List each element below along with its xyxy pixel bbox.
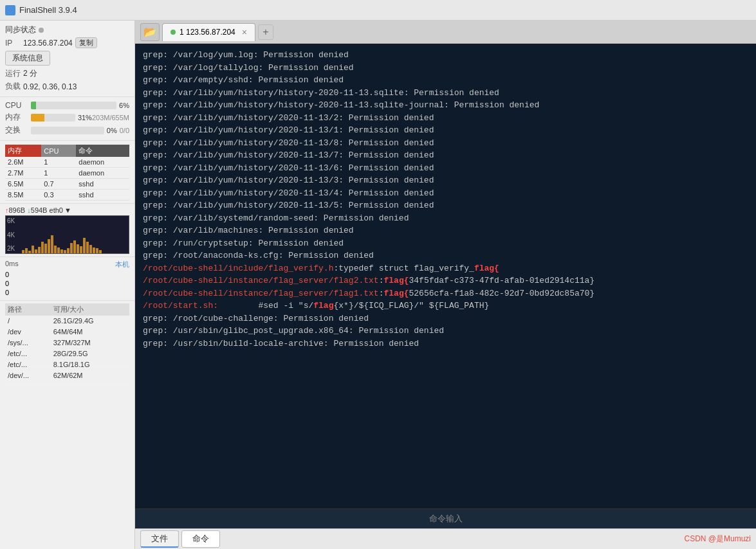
proc-cmd: sshd bbox=[76, 190, 129, 201]
latency-val-0: 0 bbox=[5, 271, 9, 278]
net-dropdown-icon[interactable]: ▼ bbox=[64, 206, 71, 214]
swap-row: 交换 0% 0/0 bbox=[5, 125, 129, 136]
ip-value: 123.56.87.204 bbox=[23, 39, 73, 48]
terminal-line: grep: /usr/sbin/build-locale-archive: Pe… bbox=[143, 338, 748, 350]
chart-bar bbox=[83, 238, 86, 253]
disk-size: 62M/62M bbox=[51, 370, 129, 381]
latency-label: 0ms bbox=[5, 260, 19, 269]
proc-cmd: daemon bbox=[76, 168, 129, 179]
sync-dot bbox=[39, 28, 44, 33]
terminal[interactable]: grep: /var/log/yum.log: Permission denie… bbox=[135, 44, 756, 509]
mem-progress-bar bbox=[31, 114, 75, 122]
swap-label: 交换 bbox=[5, 125, 28, 136]
process-row: 2.6M 1 daemon bbox=[5, 157, 129, 168]
process-row: 6.5M 0.7 sshd bbox=[5, 179, 129, 190]
load-label: 负载 bbox=[5, 81, 23, 92]
cpu-progress-bar bbox=[31, 102, 116, 109]
process-table: 内存 CPU 命令 2.6M 1 daemon 2.7M 1 daemon 6.… bbox=[5, 145, 129, 201]
chart-bar bbox=[57, 248, 60, 253]
proc-cpu: 1 bbox=[41, 157, 76, 168]
disk-row: /sys/... 327M/327M bbox=[5, 338, 129, 348]
net-header: ↑ 896B ↓ 594B eth0 ▼ bbox=[5, 206, 129, 214]
terminal-line: grep: /run/cryptsetup: Permission denied bbox=[143, 237, 748, 250]
resource-section: CPU 6% 内存 31% 203M/655M 交换 bbox=[0, 97, 134, 141]
disk-header-size: 可用/大小 bbox=[51, 303, 129, 316]
swap-progress-bar bbox=[31, 127, 104, 134]
cpu-row: CPU 6% bbox=[5, 101, 129, 110]
cmd-placeholder[interactable]: 命令输入 bbox=[429, 513, 463, 525]
chart-bar bbox=[64, 250, 66, 253]
terminal-line: /root/cube-shell/instance/flag_server/fl… bbox=[143, 274, 748, 287]
proc-cmd: sshd bbox=[76, 179, 129, 190]
disk-row: / 26.1G/29.4G bbox=[5, 316, 129, 327]
network-section: ↑ 896B ↓ 594B eth0 ▼ 6K 4K 2K bbox=[0, 204, 134, 257]
disk-size: 26.1G/29.4G bbox=[51, 316, 129, 327]
chart-bars bbox=[6, 216, 129, 253]
swap-detail: 0/0 bbox=[120, 127, 129, 134]
copy-button[interactable]: 复制 bbox=[75, 37, 97, 48]
cmd-tab[interactable]: 命令 bbox=[181, 530, 220, 548]
chart-bar bbox=[41, 242, 44, 253]
chart-bar bbox=[48, 239, 50, 253]
proc-header-mem: 内存 bbox=[5, 145, 41, 157]
disk-section: 路径 可用/大小 / 26.1G/29.4G /dev 64M/64M /sys… bbox=[0, 301, 134, 549]
terminal-line: grep: /var/lib/yum/history/2020-11-13/7:… bbox=[143, 149, 748, 162]
disk-size: 327M/327M bbox=[51, 338, 129, 348]
mem-label: 内存 bbox=[5, 112, 28, 123]
chart-bar bbox=[67, 248, 69, 253]
chart-bar bbox=[38, 247, 41, 253]
mem-detail: 203M/655M bbox=[92, 114, 129, 122]
load-value: 0.92, 0.36, 0.13 bbox=[23, 82, 77, 91]
terminal-line: /root/start.sh: #sed -i "s/flag{x*}/${IC… bbox=[143, 300, 748, 312]
proc-cmd: daemon bbox=[76, 157, 129, 168]
cpu-bar-fill bbox=[31, 102, 36, 109]
title-bar: FinalShell 3.9.4 bbox=[0, 0, 756, 21]
net-label-2k: 2K bbox=[7, 245, 15, 252]
right-panel: 📂 1 123.56.87.204 × + grep: /var/log/yum… bbox=[135, 21, 756, 549]
proc-mem: 8.5M bbox=[5, 190, 41, 201]
terminal-line: grep: /var/lib/systemd/random-seed: Perm… bbox=[143, 212, 748, 225]
terminal-line: grep: /var/lib/yum/history/2020-11-13/1:… bbox=[143, 124, 748, 137]
latency-section: 0ms 本机 0 0 0 bbox=[0, 257, 134, 301]
runtime-value: 2 分 bbox=[23, 68, 37, 79]
tab-label: 1 123.56.87.204 bbox=[180, 28, 235, 37]
tab-status-dot bbox=[171, 30, 176, 35]
chart-bar bbox=[96, 248, 98, 253]
folder-button[interactable]: 📂 bbox=[140, 23, 160, 41]
terminal-line: grep: /var/lib/yum/history/2020-11-13/5:… bbox=[143, 199, 748, 212]
terminal-line: grep: /var/lib/yum/history/2020-11-13/3:… bbox=[143, 174, 748, 187]
add-tab-button[interactable]: + bbox=[258, 24, 273, 40]
active-tab[interactable]: 1 123.56.87.204 × bbox=[162, 23, 255, 41]
disk-path: /dev/... bbox=[5, 370, 51, 381]
terminal-line: /root/cube-shell/include/flag_verify.h:t… bbox=[143, 262, 748, 275]
disk-path: / bbox=[5, 316, 51, 327]
proc-header-cpu: CPU bbox=[41, 145, 76, 157]
process-section: 内存 CPU 命令 2.6M 1 daemon 2.7M 1 daemon 6.… bbox=[0, 141, 134, 204]
chart-bar bbox=[99, 250, 102, 253]
net-down: 594B bbox=[31, 206, 48, 214]
disk-size: 28G/29.5G bbox=[51, 348, 129, 359]
process-row: 8.5M 0.3 sshd bbox=[5, 190, 129, 201]
disk-table: 路径 可用/大小 / 26.1G/29.4G /dev 64M/64M /sys… bbox=[5, 303, 129, 381]
mem-row: 内存 31% 203M/655M bbox=[5, 112, 129, 123]
file-tab[interactable]: 文件 bbox=[140, 530, 179, 548]
runtime-label: 运行 bbox=[5, 68, 23, 79]
latency-val-2: 0 bbox=[5, 289, 9, 296]
bottom-tabs: 文件 命令 bbox=[140, 530, 220, 548]
tab-close-button[interactable]: × bbox=[242, 27, 247, 37]
mem-percent: 31% bbox=[78, 114, 92, 122]
proc-cpu: 1 bbox=[41, 168, 76, 179]
terminal-line: grep: /var/log/tallylog: Permission deni… bbox=[143, 62, 748, 75]
disk-size: 64M/64M bbox=[51, 327, 129, 338]
chart-bar bbox=[51, 235, 53, 253]
disk-path: /etc/... bbox=[5, 359, 51, 370]
disk-size: 8.1G/18.1G bbox=[51, 359, 129, 370]
terminal-line: grep: /var/empty/sshd: Permission denied bbox=[143, 74, 748, 87]
watermark: CSDN @是Mumuzi bbox=[684, 534, 751, 544]
net-labels: 6K 4K 2K bbox=[6, 216, 16, 253]
terminal-line: grep: /var/lib/yum/history/history-2020-… bbox=[143, 99, 748, 112]
terminal-line: grep: /var/log/yum.log: Permission denie… bbox=[143, 49, 748, 62]
terminal-line: grep: /usr/sbin/glibc_post_upgrade.x86_6… bbox=[143, 325, 748, 338]
net-chart: 6K 4K 2K bbox=[5, 215, 129, 254]
sys-info-button[interactable]: 系统信息 bbox=[5, 51, 50, 66]
